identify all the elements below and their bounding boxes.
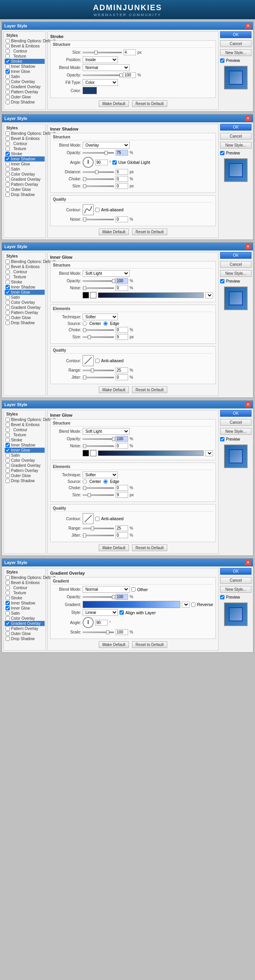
checkbox-satin[interactable] — [5, 74, 10, 79]
go-reverse-cb[interactable] — [191, 603, 195, 607]
si-inner-glow-3[interactable]: Inner Glow — [5, 290, 45, 295]
cb-stroke-4[interactable] — [5, 438, 10, 442]
make-default-button[interactable]: Make Default — [99, 100, 129, 107]
ig1-gradient-bar[interactable] — [98, 292, 204, 298]
cancel-button-inner-shadow[interactable]: Cancel — [220, 133, 251, 140]
ig1-choke-input[interactable] — [116, 327, 128, 333]
checkbox-texture[interactable] — [5, 54, 10, 58]
ig2-blend-select[interactable]: Soft LightNormal — [83, 428, 130, 435]
is-distance-input[interactable] — [116, 169, 128, 175]
cb-drop-shadow-4[interactable] — [5, 479, 10, 483]
si-color-overlay-5[interactable]: Color Overlay — [5, 616, 45, 621]
ig1-jitter-input[interactable] — [116, 374, 128, 380]
si-pattern-overlay-2[interactable]: Pattern Overlay — [5, 182, 45, 187]
ig2-contour-thumb[interactable] — [83, 513, 94, 524]
ig2-gradient-type-select[interactable]: ▼ — [205, 450, 213, 456]
si-gradient-overlay-5[interactable]: Gradient Overlay — [5, 621, 45, 626]
new-style-button-inner-shadow[interactable]: New Style... — [220, 142, 251, 149]
is-opacity-input[interactable] — [116, 150, 128, 156]
ok-button-inner-shadow[interactable]: OK — [220, 124, 251, 131]
is-choke-slider[interactable] — [83, 178, 114, 180]
cb-inner-shadow-5[interactable] — [5, 601, 10, 605]
go-opacity-slider[interactable] — [83, 596, 114, 598]
ig2-dot-black[interactable] — [83, 450, 89, 456]
style-item-drop-shadow[interactable]: Drop Shadow — [5, 100, 45, 105]
cb-color-overlay-2[interactable] — [5, 172, 10, 176]
ig1-center-radio[interactable] — [83, 321, 87, 326]
preview-checkbox-inner-glow-2[interactable] — [220, 437, 224, 441]
ig2-size-input[interactable] — [116, 492, 128, 498]
si-drop-shadow-3[interactable]: Drop Shadow — [5, 320, 45, 325]
cb-blending-2[interactable] — [5, 131, 10, 136]
cb-drop-shadow-2[interactable] — [5, 192, 10, 197]
is-anti-aliased-cb[interactable] — [95, 208, 99, 212]
is-blend-select[interactable]: OverlayNormal — [83, 142, 130, 149]
cb-inner-glow-3[interactable] — [5, 290, 10, 294]
si-pattern-overlay-3[interactable]: Pattern Overlay — [5, 310, 45, 315]
si-color-overlay-4[interactable]: Color Overlay — [5, 458, 45, 463]
cb-bevel-3[interactable] — [5, 265, 10, 269]
cb-stroke-2[interactable] — [5, 152, 10, 156]
si-drop-shadow-5[interactable]: Drop Shadow — [5, 636, 45, 641]
cb-pattern-overlay-3[interactable] — [5, 310, 10, 315]
is-choke-input[interactable] — [116, 176, 128, 182]
go-make-default-btn[interactable]: Make Default — [99, 641, 129, 648]
si-inner-glow-2[interactable]: Inner Glow — [5, 162, 45, 167]
si-contour-4[interactable]: Contour — [5, 427, 45, 432]
ig1-range-input[interactable] — [116, 367, 128, 373]
go-angle-input[interactable] — [95, 620, 108, 626]
cb-inner-shadow-3[interactable] — [5, 285, 10, 289]
close-button-inner-glow-2[interactable]: ✕ — [245, 402, 251, 407]
blend-mode-select[interactable]: Normal Dissolve Multiply — [83, 64, 130, 71]
checkbox-stroke[interactable] — [5, 59, 10, 64]
is-size-input[interactable] — [116, 183, 128, 189]
si-outer-glow-3[interactable]: Outer Glow — [5, 315, 45, 320]
cb-bevel-4[interactable] — [5, 423, 10, 427]
ig1-jitter-slider[interactable] — [83, 377, 114, 378]
si-blending-4[interactable]: Blending Options: Default — [5, 417, 45, 422]
reset-default-button[interactable]: Reset to Default — [132, 100, 167, 107]
cb-gradient-overlay-3[interactable] — [5, 305, 10, 310]
close-button-stroke[interactable]: ✕ — [245, 23, 251, 29]
cb-texture-5[interactable] — [5, 591, 10, 595]
cb-bevel-2[interactable] — [5, 136, 10, 141]
cb-stroke-3[interactable] — [5, 280, 10, 284]
cb-outer-glow-4[interactable] — [5, 474, 10, 478]
checkbox-contour[interactable] — [5, 49, 10, 53]
ig2-center-radio[interactable] — [83, 479, 87, 484]
style-item-satin[interactable]: Satin — [5, 74, 45, 79]
ok-button-inner-glow-1[interactable]: OK — [220, 252, 251, 259]
ig2-size-slider[interactable] — [83, 494, 114, 496]
checkbox-drop-shadow[interactable] — [5, 100, 10, 104]
is-make-default-btn[interactable]: Make Default — [99, 229, 129, 235]
new-style-button-inner-glow-2[interactable]: New Style... — [220, 428, 251, 435]
go-gradient-preset-select[interactable]: ▼ — [182, 602, 190, 608]
ig2-noise-slider[interactable] — [83, 445, 114, 447]
ig1-range-slider[interactable] — [83, 370, 114, 371]
ig2-range-slider[interactable] — [83, 528, 114, 529]
si-color-overlay-3[interactable]: Color Overlay — [5, 300, 45, 305]
style-item-contour[interactable]: Contour — [5, 49, 45, 54]
fill-type-select[interactable]: Color Gradient Pattern — [83, 79, 118, 86]
cb-satin-5[interactable] — [5, 611, 10, 615]
ig1-noise-input[interactable] — [116, 285, 128, 291]
go-other-cb[interactable] — [131, 587, 136, 592]
style-item-inner-shadow[interactable]: Inner Shadow — [5, 64, 45, 69]
cb-outer-glow-5[interactable] — [5, 632, 10, 636]
ig1-opacity-input[interactable] — [116, 278, 128, 284]
style-item-blending[interactable]: Blending Options: Default — [5, 38, 45, 44]
style-item-stroke[interactable]: Stroke — [5, 59, 45, 64]
si-stroke-5[interactable]: Stroke — [5, 595, 45, 601]
checkbox-inner-glow[interactable] — [5, 69, 10, 74]
si-bevel-2[interactable]: Bevel & Emboss — [5, 136, 45, 141]
checkbox-gradient-overlay[interactable] — [5, 85, 10, 89]
ig2-opacity-slider[interactable] — [83, 438, 114, 440]
is-distance-slider[interactable] — [83, 171, 114, 173]
si-blending-2[interactable]: Blending Options: Default — [5, 131, 45, 136]
close-button-inner-glow-1[interactable]: ✕ — [245, 244, 251, 249]
ok-button-gradient-overlay[interactable]: OK — [220, 568, 251, 575]
cb-pattern-overlay-2[interactable] — [5, 182, 10, 187]
new-style-button-gradient-overlay[interactable]: New Style... — [220, 586, 251, 593]
cb-texture-4[interactable] — [5, 433, 10, 437]
cb-drop-shadow-3[interactable] — [5, 321, 10, 325]
